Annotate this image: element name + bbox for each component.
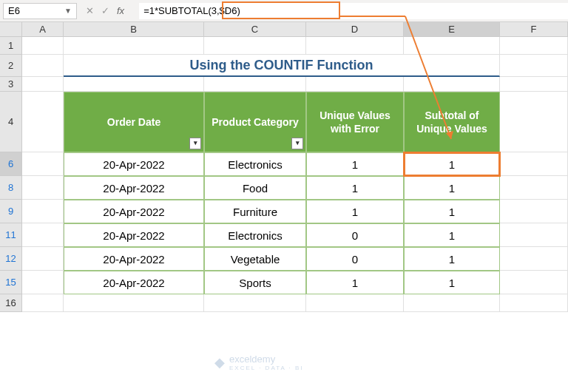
col-header-D[interactable]: D [306, 22, 404, 37]
cell-E11[interactable]: 1 [404, 223, 500, 247]
cell-D8[interactable]: 1 [306, 176, 404, 200]
header-order-date[interactable]: Order Date ▾ [64, 92, 204, 152]
cell-F6[interactable] [500, 152, 568, 176]
title-cell[interactable]: Using the COUNTIF Function [64, 55, 500, 77]
row-header-11[interactable]: 11 [0, 223, 22, 247]
cell-C6[interactable]: Electronics [204, 152, 306, 176]
cell-A12[interactable] [22, 247, 64, 271]
row-header-9[interactable]: 9 [0, 200, 22, 223]
cell-D9[interactable]: 1 [306, 200, 404, 223]
row-header-2[interactable]: 2 [0, 55, 22, 77]
row-header-1[interactable]: 1 [0, 37, 22, 55]
header-unique-values[interactable]: Unique Values with Error [306, 92, 404, 152]
watermark: ◆ exceldemy EXCEL · DATA · BI [214, 354, 304, 371]
name-box-dropdown-icon[interactable]: ▼ [64, 7, 72, 15]
row-header-4[interactable]: 4 [0, 92, 22, 152]
cell-C12[interactable]: Vegetable [204, 247, 306, 271]
row-header-12[interactable]: 12 [0, 247, 22, 271]
formula-text: =1*SUBTOTAL(3,$D6) [143, 5, 240, 16]
cell-B11[interactable]: 20-Apr-2022 [64, 223, 204, 247]
cell-D15[interactable]: 1 [306, 271, 404, 294]
enter-icon[interactable]: ✓ [101, 5, 109, 16]
cell-E16[interactable] [404, 294, 500, 312]
watermark-icon: ◆ [214, 354, 225, 371]
cell-C15[interactable]: Sports [204, 271, 306, 294]
cell-A1[interactable] [22, 37, 64, 55]
select-all-corner[interactable] [0, 22, 22, 37]
cell-D6[interactable]: 1 [306, 152, 404, 176]
header-product-category-label: Product Category [212, 115, 298, 129]
col-header-E[interactable]: E [404, 22, 500, 37]
cell-A6[interactable] [22, 152, 64, 176]
cell-F3[interactable] [500, 77, 568, 92]
fx-icon[interactable]: fx [117, 5, 124, 16]
cell-F15[interactable] [500, 271, 568, 294]
cancel-icon[interactable]: ✕ [86, 5, 94, 16]
cells-area: Using the COUNTIF Function Order Date ▾ … [22, 37, 568, 312]
cell-B12[interactable]: 20-Apr-2022 [64, 247, 204, 271]
cell-B16[interactable] [64, 294, 204, 312]
cell-A16[interactable] [22, 294, 64, 312]
cell-F12[interactable] [500, 247, 568, 271]
cell-F11[interactable] [500, 223, 568, 247]
cell-B1[interactable] [64, 37, 204, 55]
row-header-3[interactable]: 3 [0, 77, 22, 92]
cell-F9[interactable] [500, 200, 568, 223]
cell-A11[interactable] [22, 223, 64, 247]
formula-input[interactable]: =1*SUBTOTAL(3,$D6) [139, 3, 568, 19]
cell-A4[interactable] [22, 92, 64, 152]
cell-E8[interactable]: 1 [404, 176, 500, 200]
row-headers: 1 2 3 4 6 8 9 11 12 15 16 [0, 37, 22, 312]
cell-A15[interactable] [22, 271, 64, 294]
cell-F1[interactable] [500, 37, 568, 55]
formula-bar: E6 ▼ ✕ ✓ fx =1*SUBTOTAL(3,$D6) [0, 0, 568, 22]
cell-C16[interactable] [204, 294, 306, 312]
cell-C8[interactable]: Food [204, 176, 306, 200]
cell-C9[interactable]: Furniture [204, 200, 306, 223]
cell-C1[interactable] [204, 37, 306, 55]
cell-B3[interactable] [64, 77, 204, 92]
cell-B8[interactable]: 20-Apr-2022 [64, 176, 204, 200]
cell-B6[interactable]: 20-Apr-2022 [64, 152, 204, 176]
col-header-C[interactable]: C [204, 22, 306, 37]
row-header-8[interactable]: 8 [0, 176, 22, 200]
row-header-15[interactable]: 15 [0, 271, 22, 294]
cell-E9[interactable]: 1 [404, 200, 500, 223]
cell-D12[interactable]: 0 [306, 247, 404, 271]
cell-B9[interactable]: 20-Apr-2022 [64, 200, 204, 223]
cell-C3[interactable] [204, 77, 306, 92]
cell-F2[interactable] [500, 55, 568, 77]
cell-E12[interactable]: 1 [404, 247, 500, 271]
header-product-category[interactable]: Product Category ▾ [204, 92, 306, 152]
header-subtotal[interactable]: Subtotal of Unique Values [404, 92, 500, 152]
watermark-main: exceldemy [229, 354, 275, 365]
cell-B15[interactable]: 20-Apr-2022 [64, 271, 204, 294]
filter-button-category[interactable]: ▾ [291, 138, 303, 149]
cell-A9[interactable] [22, 200, 64, 223]
filter-icon: ▾ [194, 139, 197, 148]
cell-E3[interactable] [404, 77, 500, 92]
cell-F8[interactable] [500, 176, 568, 200]
filter-button-order-date[interactable]: ▾ [189, 138, 201, 149]
header-order-date-label: Order Date [107, 115, 160, 129]
cell-E1[interactable] [404, 37, 500, 55]
cell-D16[interactable] [306, 294, 404, 312]
row-header-6[interactable]: 6 [0, 152, 22, 176]
cell-D11[interactable]: 0 [306, 223, 404, 247]
cell-F16[interactable] [500, 294, 568, 312]
cell-D1[interactable] [306, 37, 404, 55]
col-header-F[interactable]: F [500, 22, 568, 37]
name-box[interactable]: E6 ▼ [3, 3, 77, 19]
cell-A2[interactable] [22, 55, 64, 77]
grid-container: A B C D E F 1 2 3 4 6 8 9 11 12 15 16 [0, 22, 568, 392]
cell-F4[interactable] [500, 92, 568, 152]
cell-C11[interactable]: Electronics [204, 223, 306, 247]
cell-E6-selected[interactable]: 1 [404, 152, 500, 176]
row-header-16[interactable]: 16 [0, 294, 22, 312]
col-header-A[interactable]: A [22, 22, 64, 37]
cell-A3[interactable] [22, 77, 64, 92]
cell-D3[interactable] [306, 77, 404, 92]
col-header-B[interactable]: B [64, 22, 204, 37]
cell-E15[interactable]: 1 [404, 271, 500, 294]
cell-A8[interactable] [22, 176, 64, 200]
